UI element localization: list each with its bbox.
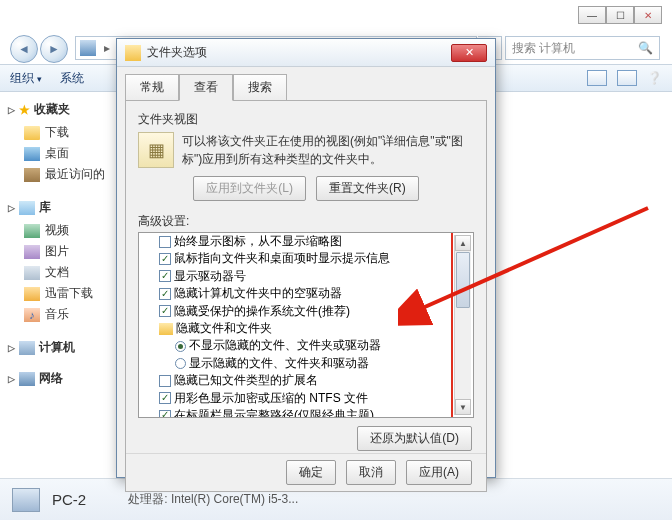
search-input[interactable]: 搜索 计算机 🔍 [505, 36, 660, 60]
scroll-track[interactable] [455, 309, 471, 399]
folder-icon [159, 323, 173, 335]
sidebar-item-pictures[interactable]: 图片 [8, 241, 107, 262]
star-icon: ★ [19, 103, 30, 117]
dialog-tabs: 常规 查看 搜索 [117, 67, 495, 100]
image-icon [24, 245, 40, 259]
recent-icon [24, 168, 40, 182]
folder-view-heading: 文件夹视图 [138, 111, 474, 128]
opt-always-icons[interactable]: 始终显示图标，从不显示缩略图 [143, 233, 471, 250]
tab-body: 文件夹视图 可以将该文件夹正在使用的视图(例如"详细信息"或"图标")应用到所有… [125, 100, 487, 492]
opt-ntfs-color[interactable]: 用彩色显示加密或压缩的 NTFS 文件 [143, 390, 471, 407]
sidebar-item-recent[interactable]: 最近访问的 [8, 164, 107, 185]
checkbox-icon[interactable] [159, 392, 171, 404]
ok-button[interactable]: 确定 [286, 460, 336, 485]
sidebar-item-desktop[interactable]: 桌面 [8, 143, 107, 164]
dialog-close-button[interactable]: ✕ [451, 44, 487, 62]
nav-buttons: ◄ ► [10, 35, 68, 63]
scrollbar[interactable]: ▲ ▼ [454, 235, 471, 415]
checkbox-icon[interactable] [159, 236, 171, 248]
restore-defaults-button[interactable]: 还原为默认值(D) [357, 426, 472, 451]
opt-hide-protected[interactable]: 隐藏受保护的操作系统文件(推荐) [143, 303, 471, 320]
apply-to-folders-button[interactable]: 应用到文件夹(L) [193, 176, 306, 201]
scroll-down-button[interactable]: ▼ [455, 399, 471, 415]
scroll-up-button[interactable]: ▲ [455, 235, 471, 251]
system-menu[interactable]: 系统 [60, 70, 84, 87]
opt-show-drive[interactable]: 显示驱动器号 [143, 268, 471, 285]
computer-icon [19, 341, 35, 355]
search-icon: 🔍 [638, 41, 653, 55]
video-icon [24, 224, 40, 238]
sidebar-computer[interactable]: ▷计算机 [8, 339, 107, 356]
computer-icon [80, 40, 96, 56]
pc-icon [12, 488, 40, 512]
opt-full-path[interactable]: 在标题栏显示完整路径(仅限经典主题) [143, 407, 471, 418]
chevron-right-icon: ▸ [104, 41, 110, 55]
radio-icon[interactable] [175, 358, 186, 369]
tab-search[interactable]: 搜索 [233, 74, 287, 101]
tab-general[interactable]: 常规 [125, 74, 179, 101]
network-icon [19, 372, 35, 386]
thunder-icon [24, 287, 40, 301]
folder-view-desc: 可以将该文件夹正在使用的视图(例如"详细信息"或"图标")应用到所有这种类型的文… [182, 132, 474, 168]
minimize-button[interactable]: — [578, 6, 606, 24]
music-icon: ♪ [24, 308, 40, 322]
checkbox-icon[interactable] [159, 410, 171, 418]
checkbox-icon[interactable] [159, 305, 171, 317]
sidebar-item-documents[interactable]: 文档 [8, 262, 107, 283]
sidebar-favorites[interactable]: ▷★收藏夹 [8, 101, 107, 118]
desktop-icon [24, 147, 40, 161]
sidebar-libraries[interactable]: ▷库 [8, 199, 107, 216]
library-icon [19, 201, 35, 215]
processor-info: 处理器: Intel(R) Core(TM) i5-3... [128, 491, 298, 508]
close-button[interactable]: ✕ [634, 6, 662, 24]
sidebar-item-thunder[interactable]: 迅雷下载 [8, 283, 107, 304]
apply-button[interactable]: 应用(A) [406, 460, 472, 485]
view-options-icon[interactable] [587, 70, 607, 86]
navigation-pane: ▷★收藏夹 下载 桌面 最近访问的 ▷库 视频 图片 文档 迅雷下载 ♪音乐 ▷… [0, 93, 115, 492]
preview-pane-icon[interactable] [617, 70, 637, 86]
advanced-label: 高级设置: [138, 213, 474, 230]
checkbox-icon[interactable] [159, 253, 171, 265]
sidebar-item-videos[interactable]: 视频 [8, 220, 107, 241]
advanced-settings-list: 始终显示图标，从不显示缩略图 鼠标指向文件夹和桌面项时显示提示信息 显示驱动器号… [138, 232, 474, 418]
checkbox-icon[interactable] [159, 288, 171, 300]
sidebar-network[interactable]: ▷网络 [8, 370, 107, 387]
opt-mouse-tip[interactable]: 鼠标指向文件夹和桌面项时显示提示信息 [143, 250, 471, 267]
folder-icon [24, 126, 40, 140]
opt-hide-ext[interactable]: 隐藏已知文件类型的扩展名 [143, 372, 471, 389]
opt-dont-show-hidden[interactable]: 不显示隐藏的文件、文件夹或驱动器 [143, 337, 471, 354]
maximize-button[interactable]: ☐ [606, 6, 634, 24]
document-icon [24, 266, 40, 280]
folder-options-dialog: 文件夹选项 ✕ 常规 查看 搜索 文件夹视图 可以将该文件夹正在使用的视图(例如… [116, 38, 496, 478]
forward-button[interactable]: ► [40, 35, 68, 63]
dialog-footer: 确定 取消 应用(A) [126, 453, 486, 491]
sidebar-item-music[interactable]: ♪音乐 [8, 304, 107, 325]
sidebar-item-downloads[interactable]: 下载 [8, 122, 107, 143]
reset-folders-button[interactable]: 重置文件夹(R) [316, 176, 419, 201]
search-placeholder: 搜索 计算机 [512, 40, 575, 57]
opt-hidden-group: 隐藏文件和文件夹 [143, 320, 471, 337]
cancel-button[interactable]: 取消 [346, 460, 396, 485]
parent-window-controls: — ☐ ✕ [578, 6, 662, 24]
tab-view[interactable]: 查看 [179, 74, 233, 101]
help-icon[interactable]: ❔ [647, 71, 662, 85]
folder-view-icon [138, 132, 174, 168]
opt-show-hidden[interactable]: 显示隐藏的文件、文件夹和驱动器 [143, 355, 471, 372]
scroll-thumb[interactable] [456, 252, 470, 308]
opt-hide-empty[interactable]: 隐藏计算机文件夹中的空驱动器 [143, 285, 471, 302]
dialog-title: 文件夹选项 [147, 44, 207, 61]
back-button[interactable]: ◄ [10, 35, 38, 63]
checkbox-icon[interactable] [159, 270, 171, 282]
dialog-titlebar[interactable]: 文件夹选项 ✕ [117, 39, 495, 67]
pc-name: PC-2 [52, 491, 86, 508]
organize-menu[interactable]: 组织 [10, 70, 42, 87]
folder-icon [125, 45, 141, 61]
checkbox-icon[interactable] [159, 375, 171, 387]
radio-icon[interactable] [175, 341, 186, 352]
